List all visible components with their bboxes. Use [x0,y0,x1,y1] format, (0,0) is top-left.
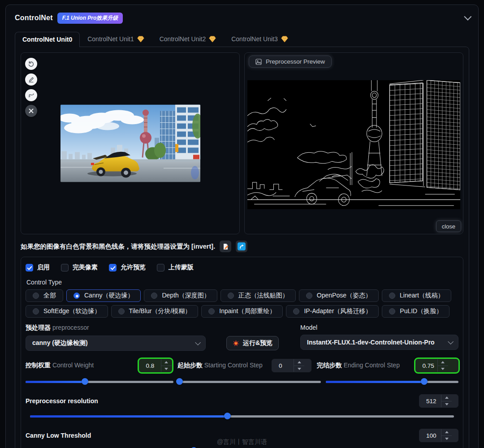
spin-up-icon[interactable] [438,359,448,366]
watermark: @言川丨智言川语 [217,438,267,446]
radio-tile-blur[interactable]: Tile/Blur（分块/模糊） [111,305,199,318]
source-image-editor[interactable] [21,52,240,234]
close-preview-button[interactable]: close [436,220,461,232]
panel-header: ControlNet F.1 Union Pro效果升级 [15,11,469,25]
spinner [441,429,452,442]
radio-all[interactable]: 全部 [26,289,63,302]
control-weight-label-zh: 控制权重 [26,362,51,369]
start-step-label-en: Starting Control Step [204,362,263,369]
chevron-down-icon [195,340,201,345]
canny-low-input[interactable]: 100 [419,429,458,442]
radio-icon [33,293,39,299]
preprocessor-preview-pane: Preprocessor Preview [244,52,463,234]
gem-icon [281,36,288,43]
source-image[interactable] [60,105,200,182]
gem-icon [209,36,216,43]
radio-normal[interactable]: 正态（法线贴图） [220,289,296,302]
control-weight-slider[interactable] [26,378,173,385]
jump-link-icon[interactable] [236,241,247,252]
slider-handle[interactable] [82,378,88,385]
end-step-label-en: Ending Control Step [344,362,400,369]
slider-handle[interactable] [421,378,428,385]
spin-down-icon[interactable] [438,366,448,372]
collapse-chevron-icon[interactable] [464,13,471,21]
radio-lineart[interactable]: Lineart（线稿） [382,289,451,302]
preprocessor-preview-tab[interactable]: Preprocessor Preview [249,56,332,68]
unit-tabs: ControlNet Unit0 ControlNet Unit1 Contro… [15,32,469,47]
tab-unit1[interactable]: ControlNet Unit1 [80,31,152,47]
slider-handle[interactable] [176,378,183,385]
doc-edit-icon[interactable] [220,241,231,252]
radio-pulid[interactable]: PuLID（换脸） [382,305,449,318]
tab-unit3[interactable]: ControlNet Unit3 [224,31,296,47]
control-weight-input[interactable]: 0.8 [139,359,172,372]
pro-upgrade-badge: F.1 Union Pro效果升级 [57,13,123,24]
spin-down-icon[interactable] [441,436,452,442]
canny-preview-image[interactable] [247,80,460,209]
preview-tab-label: Preprocessor Preview [266,58,325,65]
editor-toolbar [25,58,37,117]
spin-up-icon[interactable] [294,359,304,366]
spin-up-icon[interactable] [161,359,172,366]
canny-low-label: Canny Low Threshold [26,432,91,439]
checkbox-icon[interactable] [109,264,117,271]
spin-down-icon[interactable] [161,366,172,372]
radio-ip-adapter[interactable]: IP-Adapter（风格迁移） [286,305,379,318]
resolution-param: Preprocessor resolution 512 [26,394,458,420]
tab-label: ControlNet Unit2 [160,35,206,43]
controls-panel: 启用 完美像素 允许预览 上传蒙版 Control Type 全部 [21,257,463,448]
control-type-row1: 全部 Canny（硬边缘） Depth（深度图） 正态（法线贴图） OpenPo… [26,289,458,302]
resolution-slider[interactable] [30,413,454,420]
clear-image-icon[interactable] [25,105,37,117]
checkbox-upload-mask[interactable]: 上传蒙版 [157,263,194,271]
brush-scribble-icon[interactable] [25,89,37,101]
undo-icon[interactable] [25,58,37,70]
radio-depth[interactable]: Depth（深度图） [144,289,217,302]
checkbox-icon[interactable] [61,264,69,271]
resolution-input[interactable]: 512 [419,394,458,408]
spin-down-icon[interactable] [441,401,452,408]
radio-icon [389,308,395,314]
preprocessor-dropdown[interactable]: canny (硬边缘检测) [26,336,206,351]
option-checkboxes: 启用 完美像素 允许预览 上传蒙版 [26,263,458,271]
radio-openpose[interactable]: OpenPose（姿态） [299,289,379,302]
image-icon [255,59,262,65]
start-step-slider[interactable] [178,378,321,385]
radio-icon [228,293,234,299]
radio-icon [118,308,125,314]
model-dropdown[interactable]: InstantX-FLUX.1-dev-Controlnet-Union-Pro [300,335,458,350]
slider-handle[interactable] [224,413,231,419]
radio-icon [151,293,157,299]
checkbox-icon[interactable] [157,264,164,271]
radio-icon [293,308,299,314]
run-preview-button[interactable]: 运行&预览 [226,336,279,350]
end-step-label-zh: 完结步数 [317,362,342,369]
end-step-input[interactable]: 0.75 [415,359,458,372]
radio-icon [306,293,312,299]
checkbox-enable[interactable]: 启用 [26,263,50,271]
radio-icon [389,293,395,299]
checkbox-icon[interactable] [26,264,33,271]
start-step-input[interactable]: 0 [272,359,311,372]
radio-inpaint[interactable]: Inpaint（局部重绘） [201,305,283,318]
tab-unit0[interactable]: ControlNet Unit0 [15,32,80,47]
preprocessor-label-zh: 预处理器 [26,324,51,331]
edit-pencil-icon[interactable] [25,73,37,86]
gem-icon [137,36,144,43]
step-sliders-row [26,378,458,385]
radio-icon [208,308,215,314]
spin-up-icon[interactable] [441,429,452,436]
tab-unit2[interactable]: ControlNet Unit2 [152,31,224,47]
checkbox-pixel-perfect[interactable]: 完美像素 [61,263,98,271]
checkbox-allow-preview[interactable]: 允许预览 [109,263,146,271]
end-step-slider[interactable] [326,378,458,385]
spin-up-icon[interactable] [441,395,452,401]
spin-down-icon[interactable] [294,366,304,372]
invert-note-row: 如果您的图像有白色背景和黑色线条，请将预处理器设置为 [invert]. [21,241,463,252]
preprocessor-label-en: preprocessor [52,324,89,331]
spinner [294,359,304,372]
radio-canny[interactable]: Canny（硬边缘） [66,289,141,302]
radio-softedge[interactable]: SoftEdge（软边缘） [26,305,108,318]
start-step-label-zh: 起始步数 [177,362,203,369]
unit0-content: Preprocessor Preview [15,47,469,448]
